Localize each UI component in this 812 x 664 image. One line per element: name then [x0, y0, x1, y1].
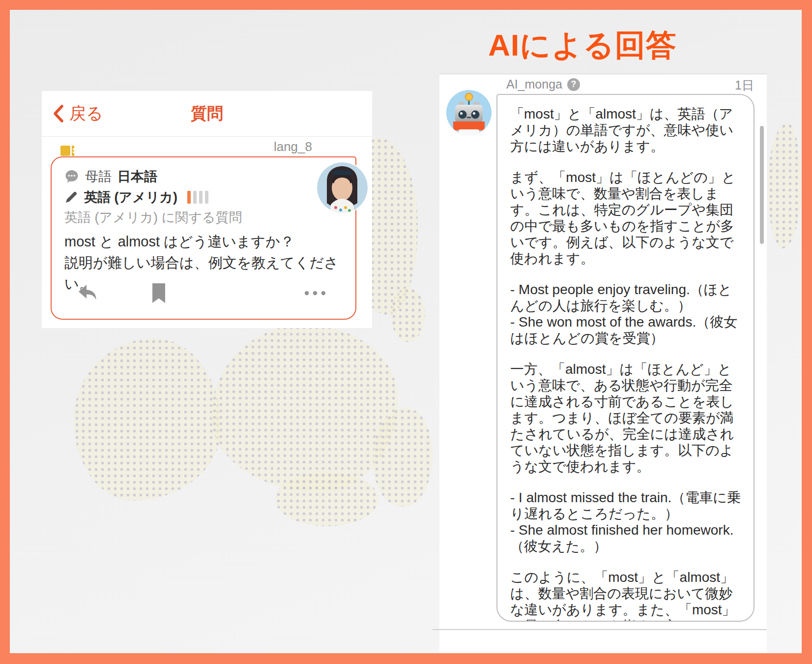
question-context: 英語 (アメリカ) に関する質問: [64, 208, 343, 227]
help-badge-icon[interactable]: ?: [567, 78, 580, 91]
language-level-bars: [187, 191, 208, 204]
ai-paragraph: - I almost missed the train.（電車に乗り遅れるところ…: [510, 489, 742, 554]
ai-paragraph: まず、「most」は「ほとんどの」という意味で、数量や割合を表します。これは、特…: [510, 169, 742, 267]
frame-border-right: [802, 0, 812, 664]
ai-paragraph: 一方、「almost」は「ほとんど」という意味で、ある状態や行動が完全に達成され…: [510, 361, 742, 475]
bookmark-button[interactable]: [148, 282, 170, 304]
native-language-row: 母語 日本語: [64, 166, 343, 187]
ai-timestamp: 1日: [735, 77, 754, 93]
ai-username[interactable]: AI_monga: [506, 77, 562, 91]
map-dots-cluster: [391, 288, 425, 342]
ai-paragraph: - Most people enjoy traveling.（ほとんどの人は旅行…: [510, 281, 742, 346]
map-dots-cluster: [211, 325, 398, 492]
question-panel: 戻る 質問 lang_8 母語 日本語 英語 (アメリカ): [42, 91, 372, 328]
question-header: 戻る 質問: [42, 91, 372, 137]
learning-language-row: 英語 (アメリカ): [64, 187, 343, 208]
ai-answer-panel: AI_monga ? 1日: [439, 74, 767, 654]
question-bubble: 母語 日本語 英語 (アメリカ) 英語 (アメリカ) に関する質問 most と…: [51, 156, 356, 320]
ai-user-row: AI_monga ?: [506, 77, 580, 91]
frame-border-left: [0, 0, 10, 664]
ai-message-bubble: 「most」と「almost」は、英語（アメリカ）の単語ですが、意味や使い方には…: [496, 94, 754, 622]
scrollbar-thumb[interactable]: [760, 126, 764, 244]
robot-icon: [446, 90, 492, 135]
question-bubble-content: 母語 日本語 英語 (アメリカ) 英語 (アメリカ) に関する質問 most と…: [64, 166, 343, 312]
learning-language: 英語 (アメリカ): [84, 188, 177, 206]
bookmark-icon: [151, 283, 166, 303]
frame-border-top: [0, 0, 812, 10]
more-dots-icon: [304, 290, 326, 296]
map-dots-cluster: [275, 472, 378, 526]
ai-paragraph: このように、「most」と「almost」は、数量や割合の表現において微妙な違い…: [510, 569, 742, 622]
map-dots-cluster: [374, 408, 433, 507]
question-actions: [77, 282, 326, 304]
native-language: 日本語: [117, 168, 157, 185]
user-avatar-image: [317, 162, 368, 213]
speech-bubble-icon: [64, 169, 79, 184]
ai-robot-avatar[interactable]: [446, 90, 492, 135]
frame-border-bottom: [0, 653, 812, 664]
reply-icon: [77, 283, 99, 303]
question-username[interactable]: lang_8: [274, 139, 312, 154]
map-dots-cluster: [768, 123, 801, 248]
reply-button[interactable]: [77, 282, 99, 304]
more-options-button[interactable]: [304, 282, 326, 304]
panel-divider: [433, 629, 767, 630]
page-title: AIによる回答: [472, 25, 693, 66]
ai-paragraph: 「most」と「almost」は、英語（アメリカ）の単語ですが、意味や使い方には…: [510, 106, 742, 154]
map-dots-cluster: [74, 338, 221, 501]
native-label: 母語: [85, 168, 112, 185]
user-avatar[interactable]: [317, 162, 368, 213]
question-header-title: 質問: [42, 91, 372, 136]
sticker-icon: [60, 145, 75, 157]
pencil-icon: [64, 190, 78, 204]
